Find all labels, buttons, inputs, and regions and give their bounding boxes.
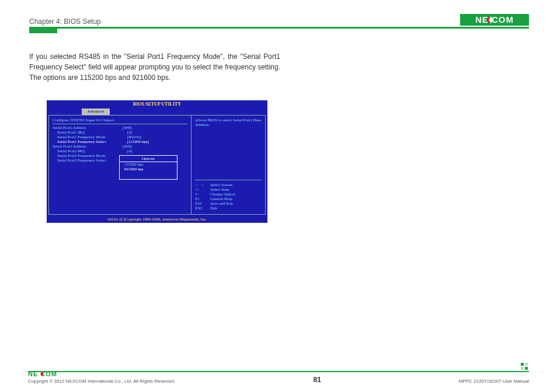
footer-manual-name: MPPC 2120T/3220T User Manual: [459, 379, 529, 384]
bios-help-text: Allows BIOS to select Serial Port1 Base …: [195, 118, 262, 128]
page-accent-icon: [521, 363, 529, 371]
bios-popup-option[interactable]: 115200 bps: [120, 162, 177, 167]
bios-setting-row[interactable]: Serial Port2 Address[2F8]: [53, 144, 187, 149]
bios-setting-row[interactable]: Serial Port1 Frequency Mode[RS232]: [53, 135, 187, 139]
footer-logo-icon: NE COM: [28, 370, 176, 377]
bios-popup-option-selected[interactable]: 921600 bps: [120, 167, 177, 172]
footer-copyright: Copyright © 2012 NEXCOM International Co…: [28, 379, 176, 384]
bios-screenshot: BIOS SETUP UTILITY Advanced Configure IT…: [47, 100, 267, 223]
body-paragraph: If you selected RS485 in the "Serial Por…: [29, 51, 280, 83]
header-rule: [29, 27, 529, 29]
bios-setting-row[interactable]: Serial Port1 IRQ[3]: [53, 130, 187, 135]
bios-copyright: v02.61 (C)Copyright 1985-2006, American …: [47, 216, 267, 223]
bios-setting-row[interactable]: Serial Port1 Address[3F8]: [53, 125, 187, 130]
page-number: 81: [313, 376, 321, 384]
chapter-title: Chapter 4: BIOS Setup: [29, 18, 101, 26]
bios-nav-help: ← →Select Screen ↑↓Select Item +-Change …: [195, 180, 262, 211]
header-tab-accent: [29, 29, 57, 33]
bios-tab-advanced[interactable]: Advanced: [82, 108, 110, 115]
bios-setting-row[interactable]: Serial Port2 IRQ[4]: [53, 149, 187, 153]
bios-setting-row-selected[interactable]: Serial Port1 Frequency Select[113200 bps…: [53, 139, 187, 144]
svg-text:NE COM: NE COM: [475, 15, 514, 24]
bios-title: BIOS SETUP UTILITY: [47, 100, 267, 107]
brand-logo-icon: NE COM: [460, 14, 529, 26]
bios-popup-title: Options: [120, 156, 177, 162]
bios-section-heading: Configure ITE8783 Super IO Chipset: [53, 118, 187, 124]
bios-options-popup: Options 115200 bps 921600 bps: [119, 155, 177, 180]
